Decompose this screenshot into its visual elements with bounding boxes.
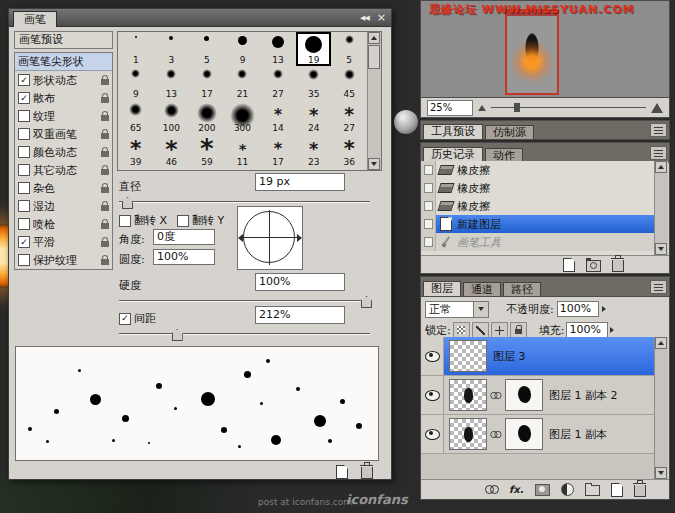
- layer-mask-thumbnail[interactable]: [505, 418, 543, 450]
- visibility-toggle[interactable]: [421, 337, 444, 375]
- new-snapshot-icon[interactable]: [586, 258, 601, 272]
- visibility-toggle[interactable]: [421, 376, 444, 414]
- history-state[interactable]: 新建图层: [421, 215, 655, 233]
- new-document-from-state-icon[interactable]: [563, 258, 575, 272]
- new-layer-icon[interactable]: [611, 483, 623, 497]
- fill-value[interactable]: 100%: [566, 322, 608, 338]
- brush-preset-24[interactable]: *24: [296, 100, 332, 134]
- chevron-down-icon[interactable]: [473, 302, 488, 317]
- brush-preset-19[interactable]: 19: [296, 32, 332, 66]
- blend-mode-select[interactable]: 正常: [425, 301, 489, 318]
- lock-icon[interactable]: [101, 205, 109, 211]
- layer-row[interactable]: 图层 1 副本 2: [421, 376, 655, 415]
- lock-all-button[interactable]: [510, 322, 527, 338]
- lock-icon[interactable]: [101, 223, 109, 229]
- panel-menu-icon[interactable]: [650, 280, 667, 294]
- brush-preset-200[interactable]: 200: [189, 100, 225, 134]
- brush-preset-17[interactable]: *17: [260, 134, 296, 168]
- brush-option[interactable]: 平滑: [15, 233, 112, 251]
- slider-handle[interactable]: [514, 103, 520, 112]
- visibility-toggle[interactable]: [421, 415, 444, 453]
- brush-option[interactable]: 其它动态: [15, 161, 112, 179]
- layer-thumbnail[interactable]: [449, 418, 487, 450]
- delete-state-icon[interactable]: [612, 257, 624, 272]
- checkbox[interactable]: [18, 254, 30, 266]
- layer-row[interactable]: 图层 1 副本: [421, 415, 655, 454]
- angle-roundness-control[interactable]: [237, 206, 303, 270]
- panel-menu-icon[interactable]: [650, 123, 667, 137]
- zoom-out-icon[interactable]: [478, 105, 486, 111]
- zoom-slider[interactable]: [491, 107, 646, 108]
- sidebar-item-brush-presets[interactable]: 画笔预设: [14, 31, 113, 49]
- brush-preset-13[interactable]: 13: [260, 32, 296, 66]
- delete-layer-icon[interactable]: [634, 482, 646, 497]
- layer-row[interactable]: 图层 3: [421, 337, 655, 376]
- spacing-value[interactable]: 212%: [255, 306, 345, 324]
- lock-icon[interactable]: [101, 187, 109, 193]
- layer-thumbnail[interactable]: [449, 379, 487, 411]
- lock-icon[interactable]: [101, 133, 109, 139]
- brush-option[interactable]: 湿边: [15, 197, 112, 215]
- layer-mask-thumbnail[interactable]: [505, 379, 543, 411]
- slider-handle[interactable]: [122, 197, 133, 209]
- opacity-value[interactable]: 100%: [557, 301, 599, 317]
- brush-preset-3[interactable]: 3: [154, 32, 190, 66]
- flip-y-checkbox[interactable]: 翻转 Y: [177, 213, 224, 228]
- brush-preset-13[interactable]: 13: [154, 66, 190, 100]
- spacing-slider[interactable]: [119, 328, 370, 339]
- brushes-panel-titlebar[interactable]: 画笔 ◀◀ ×: [9, 9, 391, 27]
- navigator-preview[interactable]: 思缘论坛 WWW.MISSYUAN.COM: [421, 1, 669, 97]
- history-source-well[interactable]: [421, 197, 436, 215]
- brush-preset-27[interactable]: *27: [331, 100, 367, 134]
- checkbox[interactable]: [119, 215, 131, 227]
- zoom-value[interactable]: 25%: [427, 100, 473, 116]
- brush-option[interactable]: 双重画笔: [15, 125, 112, 143]
- history-source-well[interactable]: [421, 179, 436, 197]
- brush-preset-1[interactable]: 1: [118, 32, 154, 66]
- history-source-well[interactable]: [421, 161, 436, 179]
- brush-option[interactable]: 喷枪: [15, 215, 112, 233]
- opacity-spinner-icon[interactable]: [602, 306, 606, 312]
- spacing-checkbox[interactable]: 间距: [119, 311, 156, 326]
- hardness-value[interactable]: 100%: [255, 273, 345, 291]
- lock-icon[interactable]: [101, 115, 109, 121]
- hardness-slider[interactable]: [119, 295, 370, 306]
- brush-preset-45[interactable]: 45: [331, 66, 367, 100]
- lock-icon[interactable]: [101, 151, 109, 157]
- checkbox[interactable]: [18, 110, 30, 122]
- tab-history[interactable]: 历史记录: [423, 147, 483, 162]
- scroll-down-button[interactable]: [368, 158, 380, 170]
- lock-position-button[interactable]: [491, 322, 508, 338]
- zoom-in-icon[interactable]: [651, 103, 663, 113]
- checkbox[interactable]: [18, 236, 30, 248]
- add-layer-mask-icon[interactable]: [535, 484, 550, 496]
- brush-preset-27[interactable]: 27: [260, 66, 296, 100]
- brush-preset-21[interactable]: 21: [225, 66, 261, 100]
- collapse-panel-icon[interactable]: ◀◀: [360, 14, 369, 22]
- history-source-well[interactable]: [421, 233, 436, 251]
- checkbox[interactable]: [18, 74, 30, 86]
- brush-preset-5[interactable]: 5: [189, 32, 225, 66]
- checkbox[interactable]: [18, 92, 30, 104]
- brush-preset-17[interactable]: 17: [189, 66, 225, 100]
- history-state[interactable]: 橡皮擦: [421, 161, 655, 179]
- brush-option[interactable]: 杂色: [15, 179, 112, 197]
- brush-option[interactable]: 形状动态: [15, 71, 112, 89]
- brush-grid-scrollbar[interactable]: [367, 32, 381, 170]
- brush-preset-9[interactable]: 9: [118, 66, 154, 100]
- new-brush-icon[interactable]: [336, 465, 348, 479]
- sidebar-item-brush-tip-shape[interactable]: 画笔笔尖形状: [15, 53, 112, 71]
- checkbox[interactable]: [18, 182, 30, 194]
- angle-value[interactable]: 0度: [153, 229, 215, 245]
- brush-preset-5[interactable]: 5: [331, 32, 367, 66]
- lock-icon[interactable]: [101, 169, 109, 175]
- tab-clone-source[interactable]: 仿制源: [485, 125, 534, 139]
- checkbox[interactable]: [119, 313, 131, 325]
- brush-preset-35[interactable]: 35: [296, 66, 332, 100]
- brush-preset-39[interactable]: *39: [118, 134, 154, 168]
- tab-layers[interactable]: 图层: [423, 281, 461, 296]
- roundness-value[interactable]: 100%: [153, 249, 215, 265]
- brush-preset-59[interactable]: *59: [189, 134, 225, 168]
- slider-handle[interactable]: [361, 296, 372, 308]
- layer-style-icon[interactable]: fx.: [509, 484, 524, 495]
